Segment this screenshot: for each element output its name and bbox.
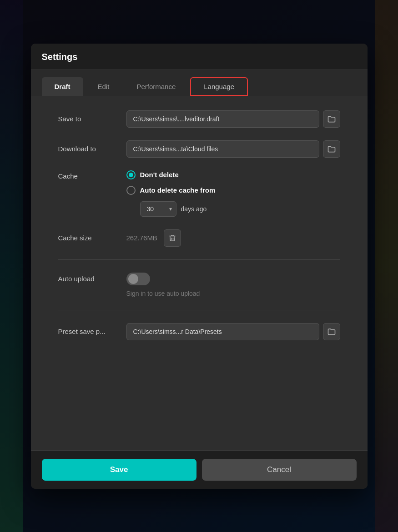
download-to-row: Download to	[58, 140, 340, 158]
download-to-label: Download to	[58, 145, 126, 153]
auto-upload-toggle[interactable]	[126, 273, 150, 285]
toggle-thumb	[128, 274, 138, 284]
settings-dialog: Settings Draft Edit Performance Language…	[31, 44, 368, 489]
cache-options: Don't delete Auto delete cache from 30 7…	[126, 170, 216, 217]
dialog-title: Settings	[42, 52, 78, 62]
dialog-bottom: Save Cancel	[31, 450, 368, 489]
folder-icon	[327, 114, 336, 124]
radio-dot-selected	[129, 173, 133, 177]
cache-option1-label: Don't delete	[140, 171, 179, 179]
divider-2	[58, 310, 340, 310]
cancel-button[interactable]: Cancel	[202, 459, 357, 481]
save-to-input-wrapper	[126, 110, 340, 128]
tab-edit[interactable]: Edit	[85, 77, 122, 96]
preset-save-row: Preset save p...	[58, 323, 340, 340]
cache-row: Cache Don't delete Auto delete cache fro…	[58, 170, 340, 217]
save-to-row: Save to	[58, 110, 340, 128]
save-to-label: Save to	[58, 115, 126, 123]
tab-language[interactable]: Language	[190, 77, 248, 96]
auto-upload-section: Auto upload Sign in to use auto upload	[58, 273, 340, 297]
days-select[interactable]: 30 7 14 60 90	[140, 201, 176, 217]
title-bar: Settings	[31, 44, 368, 70]
trash-icon	[168, 234, 176, 242]
radio-dont-delete[interactable]	[126, 170, 136, 179]
preset-save-label: Preset save p...	[58, 328, 126, 335]
days-select-wrapper: 30 7 14 60 90	[140, 201, 176, 217]
cache-size-label: Cache size	[58, 234, 126, 242]
download-to-input-wrapper	[126, 140, 340, 158]
auto-upload-row: Auto upload	[58, 273, 340, 285]
dialog-content: Save to Download to	[31, 96, 368, 450]
preset-save-folder-button[interactable]	[323, 323, 340, 340]
tab-draft[interactable]: Draft	[42, 77, 83, 96]
divider-1	[58, 259, 340, 260]
radio-auto-delete[interactable]	[126, 186, 136, 195]
auto-upload-label: Auto upload	[58, 275, 126, 283]
toggle-track	[126, 273, 150, 285]
cache-label: Cache	[58, 170, 126, 180]
folder-icon-3	[327, 327, 336, 336]
tab-performance[interactable]: Performance	[124, 77, 188, 96]
preset-save-input[interactable]	[126, 323, 319, 340]
preset-save-input-wrapper	[126, 323, 340, 340]
save-to-folder-button[interactable]	[323, 110, 340, 128]
tabs-row: Draft Edit Performance Language	[31, 70, 368, 96]
cache-size-value: 262.76MB	[126, 234, 157, 242]
cache-option-dont-delete[interactable]: Don't delete	[126, 170, 216, 179]
days-ago-text: days ago	[181, 205, 207, 213]
days-ago-row: 30 7 14 60 90 days ago	[140, 201, 216, 217]
clear-cache-button[interactable]	[164, 229, 181, 247]
download-to-folder-button[interactable]	[323, 140, 340, 158]
folder-icon-2	[327, 144, 336, 154]
save-to-input[interactable]	[126, 110, 319, 128]
cache-size-row: Cache size 262.76MB	[58, 229, 340, 247]
cache-option2-label: Auto delete cache from	[140, 186, 216, 194]
auto-upload-hint: Sign in to use auto upload	[126, 290, 340, 297]
cache-option-auto-delete[interactable]: Auto delete cache from	[126, 186, 216, 195]
download-to-input[interactable]	[126, 140, 319, 158]
save-button[interactable]: Save	[42, 459, 196, 481]
